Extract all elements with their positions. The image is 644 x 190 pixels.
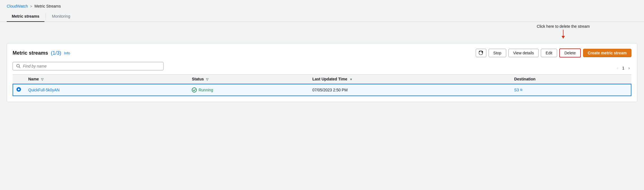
view-details-button[interactable]: View details xyxy=(508,49,539,57)
panel-title-group: Metric streams (1/3) Info xyxy=(13,50,70,56)
stream-name-link[interactable]: QuickFull-5k0yAN xyxy=(28,88,60,92)
tooltip-text: Click here to delete the stream xyxy=(537,24,590,29)
search-row: ‹ 1 › xyxy=(13,62,631,74)
status-running: Running xyxy=(192,87,306,92)
pagination-prev-button[interactable]: ‹ xyxy=(615,65,620,71)
main-content: Metric streams (1/3) Info Stop View deta… xyxy=(0,40,644,109)
tooltip-arrow-head xyxy=(562,36,565,39)
row-status-cell: Running xyxy=(188,84,309,96)
row-radio-cell[interactable] xyxy=(13,84,25,96)
row-last-updated-cell: 07/05/2023 2:50 PM xyxy=(309,84,511,96)
radio-selected-icon xyxy=(16,87,21,92)
table-row[interactable]: QuickFull-5k0yAN Running xyxy=(13,84,631,96)
destination-label: S3 xyxy=(514,88,519,92)
col-last-updated[interactable]: Last Updated Time ▼ xyxy=(309,75,511,84)
search-input[interactable] xyxy=(23,64,160,68)
svg-line-1 xyxy=(19,67,20,68)
breadcrumb-parent-link[interactable]: CloudWatch xyxy=(7,4,28,8)
create-metric-stream-button[interactable]: Create metric stream xyxy=(583,49,631,57)
external-link-icon: ⧉ xyxy=(520,88,522,92)
panel: Metric streams (1/3) Info Stop View deta… xyxy=(7,43,637,102)
search-icon xyxy=(16,64,21,68)
last-updated-sort-icon: ▼ xyxy=(349,78,352,81)
col-status[interactable]: Status ▽ xyxy=(188,75,309,84)
row-name-cell: QuickFull-5k0yAN xyxy=(25,84,188,96)
destination-link[interactable]: S3 ⧉ xyxy=(514,88,628,92)
tab-divider xyxy=(46,13,46,20)
pagination-next-button[interactable]: › xyxy=(627,65,631,71)
stop-button[interactable]: Stop xyxy=(489,49,506,57)
status-sort-icon: ▽ xyxy=(206,78,208,81)
edit-button[interactable]: Edit xyxy=(541,49,557,57)
refresh-icon xyxy=(479,51,483,55)
running-icon xyxy=(192,87,197,92)
panel-count: (1/3) xyxy=(51,50,61,56)
delete-button[interactable]: Delete xyxy=(559,48,581,57)
col-destination: Destination xyxy=(511,75,631,84)
breadcrumb: CloudWatch > Metric Streams xyxy=(0,0,644,11)
tab-metric-streams[interactable]: Metric streams xyxy=(7,11,44,22)
refresh-button[interactable] xyxy=(476,49,486,57)
row-destination-cell: S3 ⧉ xyxy=(511,84,631,96)
col-select xyxy=(13,75,25,84)
search-bar[interactable] xyxy=(13,62,164,70)
panel-title: Metric streams xyxy=(13,50,48,56)
table-header-row: Name ▽ Status ▽ Last Updated Time ▼ Dest… xyxy=(13,75,631,84)
breadcrumb-separator: > xyxy=(30,4,32,8)
panel-header: Metric streams (1/3) Info Stop View deta… xyxy=(13,48,631,57)
pagination-current: 1 xyxy=(622,66,624,70)
metric-streams-table: Name ▽ Status ▽ Last Updated Time ▼ Dest… xyxy=(13,74,631,96)
tabs-bar: Metric streams Monitoring xyxy=(0,11,644,22)
name-sort-icon: ▽ xyxy=(41,78,43,81)
status-label: Running xyxy=(198,88,213,92)
last-updated-value: 07/05/2023 2:50 PM xyxy=(312,88,348,92)
col-name[interactable]: Name ▽ xyxy=(25,75,188,84)
breadcrumb-current: Metric Streams xyxy=(34,4,61,8)
panel-actions: Stop View details Edit Delete Create met… xyxy=(476,48,631,57)
tab-monitoring[interactable]: Monitoring xyxy=(47,11,75,22)
pagination: ‹ 1 › xyxy=(615,65,631,71)
info-link[interactable]: Info xyxy=(64,51,70,55)
tooltip-arrow-line xyxy=(563,30,564,36)
